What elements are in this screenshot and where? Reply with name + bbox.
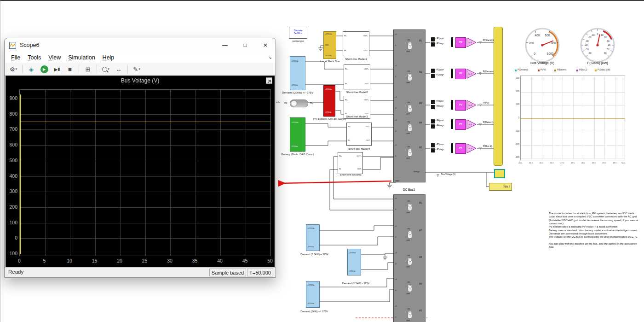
expand-axes-icon[interactable] [266,77,272,84]
svg-text:30: 30 [607,40,610,42]
power-meas-block[interactable]: P1 [455,37,466,48]
menu-tools[interactable]: Tools [24,53,45,62]
demand-2-5kw-plus-block[interactable]: +375Vdc -375Vdc [306,224,320,251]
demand20-port-neg: -375Vdc [291,84,298,87]
battery-block[interactable]: +375Vdc -375Vdc [290,117,305,152]
bus1-toggle-4[interactable] [408,124,412,132]
short-line-model4-block[interactable]: IN+ IN- OUT+ OUT- [346,123,372,146]
bus-voltage-gauge[interactable]: 0 200 400 600 800 1000 [524,27,561,64]
demand-20kw-block[interactable]: +375Vdc -375Vdc [290,56,305,90]
demand-2-5kw-minus-block[interactable]: +375Vdc -375Vdc [347,249,361,275]
pv-switch-toggle[interactable] [290,100,308,107]
highlight-block-icon[interactable]: ◈ [25,64,37,74]
bus2-toggle-1[interactable] [408,203,412,211]
step-forward-icon[interactable]: ▶▮ [51,64,63,74]
demand-port: -375Vdc [307,246,314,248]
demand20-port-pos: +375Vdc [291,60,299,63]
run-icon[interactable]: ▶ [38,64,50,74]
short-line-model1-block[interactable]: IN+ IN- OUT+ OUT- [343,31,369,56]
from-tag-block[interactable] [431,143,435,147]
from-tag-block[interactable] [431,148,435,152]
menu-simulation[interactable]: Simulation [64,53,98,62]
mux-block[interactable] [451,100,453,110]
bus2-off-label: OFF [406,266,410,268]
bus2-toggle-5[interactable] [408,311,412,319]
powergui-block[interactable]: Discrete 5e-06 s. [289,27,307,39]
bus2-toggle-3[interactable] [408,258,412,265]
scope-window[interactable]: Scope6 — □ × File Tools View Simulation … [4,38,276,278]
menu-help[interactable]: Help [99,53,118,62]
svg-text:600: 600 [545,34,550,37]
from-tag-block[interactable] [431,119,435,123]
close-button[interactable]: × [255,38,276,52]
scope-plot-area[interactable]: Bus Voltage (V) 900 800 700 [6,76,275,268]
sl1-in-plus: IN+ [344,35,347,37]
from-tag-block[interactable] [431,124,435,129]
from-tag-block[interactable] [431,42,435,47]
mux-block[interactable] [451,119,453,129]
gain-block[interactable]: 1e-3 [466,37,477,48]
zoom-icon[interactable]: ▾ [100,64,112,74]
settings-gear-icon[interactable]: ⚙▾ [7,64,19,74]
svg-text:-50: -50 [585,48,588,51]
gain-block[interactable]: 1e-3 [466,119,477,130]
p-slack-gauge[interactable]: -60 -50 -40 -30 -20 -10 0 10 20 30 40 50… [579,27,616,64]
bus1-off-label: OFF [406,132,410,135]
switch-off-label: Off [283,102,288,105]
power-meas-block[interactable]: P2 [455,69,466,79]
from-tag-block[interactable] [431,69,435,73]
simulink-badge-icon[interactable]: ⊞ [82,64,94,74]
measurements-icon[interactable]: ✎▾ [131,64,143,74]
from-tag-block[interactable] [431,100,435,104]
power-meas-block[interactable]: P4 [455,143,466,154]
scope-titlebar[interactable]: Scope6 — □ × [5,38,276,53]
bus1-toggle-3[interactable] [408,105,412,112]
p-slack-gauge-label: P(Slack) [kW] [579,61,616,64]
bus2-port: +4 [395,278,397,281]
voltage-display-block[interactable]: 750.7 [489,183,512,191]
scope-bar-block[interactable] [494,27,503,166]
bus-voltage-scope-block[interactable] [494,169,505,178]
svg-text:1e-3: 1e-3 [468,104,472,106]
bus2-toggle-2[interactable] [408,231,412,239]
bus2-off-label: OFF [406,239,410,241]
from-tag-block[interactable] [431,105,435,109]
from-tag-block[interactable] [431,37,435,41]
demand-port: +375Vdc [307,228,315,230]
bus1-toggle-5[interactable] [408,149,412,157]
gain-block[interactable]: 1e-3 [466,100,477,111]
short-line-model5-block[interactable]: IN+ IN- OUT+ OUT- [338,152,363,174]
pv-system-block[interactable]: +375Vdc -375Vdc [323,85,335,117]
menu-view[interactable]: View [45,53,64,62]
bus1-toggle-2[interactable] [408,73,412,81]
fit-to-view-icon[interactable]: ↔ [113,64,125,74]
minimize-button[interactable]: — [215,38,235,52]
short-line-model2-block[interactable]: IN+ IN- OUT+ OUT- [344,64,370,89]
from-tag-block[interactable] [431,74,435,78]
local-slack-bus-block[interactable]: +375Vdc GND -375Vdc [323,31,336,59]
power-meas-block[interactable]: P3 [455,100,466,111]
mux-block[interactable] [451,37,453,47]
mux-block[interactable] [451,143,453,153]
battery-port-pos: +375Vdc [291,122,299,124]
stop-icon[interactable]: ■ [64,64,76,74]
demand-5kw-block[interactable]: +375Vdc -375Vdc [306,281,320,308]
sl3-out-plus: OUT+ [364,99,369,101]
power-meas-block[interactable]: P4 [455,119,466,130]
svg-text:1e-3: 1e-3 [468,147,472,150]
mux-block[interactable] [451,69,453,78]
demand-port: +375Vdc [349,252,356,254]
gain-block[interactable]: 1e-3 [466,143,477,154]
maximize-button[interactable]: □ [235,38,255,52]
gain-block[interactable]: 1e-3 [466,68,477,79]
dock-arrow-icon[interactable]: ↘ [268,55,272,60]
bus2-toggle-4[interactable] [408,284,412,292]
bus1-toggle-1[interactable] [408,42,412,50]
bus2-port: -3 [395,263,397,265]
svg-text:-30: -30 [585,40,588,42]
mini-plot-area [520,76,625,160]
menu-file[interactable]: File [7,53,24,62]
demand-port: -375Vdc [307,303,314,305]
model-notes: The model includes: local slack bus, PV … [549,212,644,253]
power-dashboard-chart[interactable]: P(Demand) P(PV) P(Battery) P(Bus 2) P(Sl… [514,68,628,172]
